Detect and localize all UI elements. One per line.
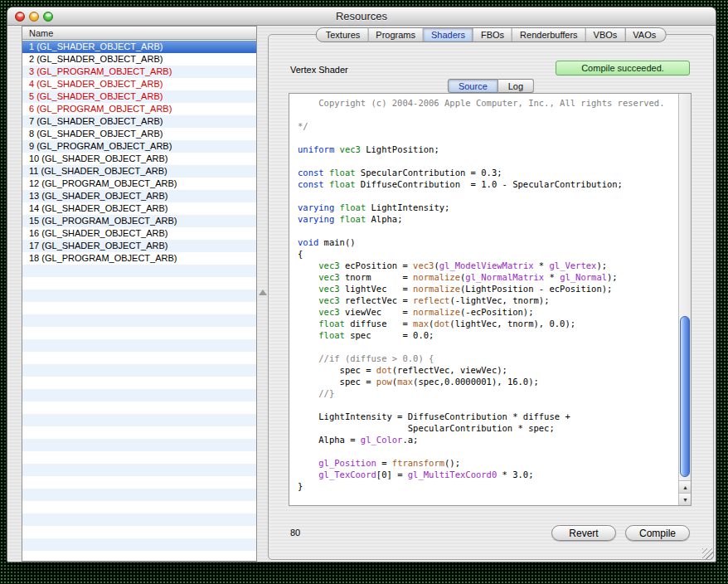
- code-token: [298, 353, 318, 363]
- tab-fbos[interactable]: FBOs: [473, 27, 512, 42]
- vertical-scrollbar[interactable]: ▲ ▼: [678, 94, 691, 505]
- scroll-up-icon[interactable]: ▲: [679, 480, 692, 493]
- list-item[interactable]: 2 (GL_SHADER_OBJECT_ARB): [22, 53, 256, 66]
- close-button-icon[interactable]: [15, 12, 25, 22]
- list-item[interactable]: 4 (GL_SHADER_OBJECT_ARB): [22, 78, 256, 90]
- resize-grip[interactable]: [702, 548, 714, 560]
- code-box: Copyright (c) 2004-2006 Apple Computer, …: [289, 93, 692, 506]
- code-line: void main(): [298, 236, 678, 248]
- list-column-header-name[interactable]: Name: [22, 27, 256, 40]
- code-token: vec3: [318, 284, 339, 294]
- code-line: [298, 109, 678, 120]
- list-empty-row: [22, 265, 256, 277]
- source-log-tabs: SourceLog: [448, 79, 534, 93]
- list-item[interactable]: 14 (GL_SHADER_OBJECT_ARB): [22, 202, 256, 215]
- subtab-source[interactable]: Source: [448, 79, 498, 93]
- list-item[interactable]: 15 (GL_PROGRAM_OBJECT_ARB): [22, 215, 256, 227]
- tab-vaos[interactable]: VAOs: [625, 27, 666, 42]
- list-item-label: 3 (GL_PROGRAM_OBJECT_ARB): [29, 66, 172, 76]
- code-line: Copyright (c) 2004-2006 Apple Computer, …: [298, 97, 678, 109]
- code-token: [298, 284, 318, 294]
- code-line: spec = pow(max(spec,0.0000001), 16.0);: [298, 376, 678, 387]
- tab-programs[interactable]: Programs: [368, 27, 424, 42]
- scroll-down-icon[interactable]: ▼: [679, 493, 692, 505]
- code-line: vec3 lightVec = normalize(LightPosition …: [298, 283, 678, 294]
- code-token: float: [329, 168, 356, 178]
- code-view[interactable]: Copyright (c) 2004-2006 Apple Computer, …: [289, 94, 678, 505]
- code-token: *: [544, 272, 560, 282]
- code-token: LightIntensity = DiffuseContribution * d…: [298, 411, 570, 421]
- list-item-label: 6 (GL_PROGRAM_OBJECT_ARB): [29, 104, 172, 114]
- list-item[interactable]: 1 (GL_SHADER_OBJECT_ARB): [22, 41, 256, 53]
- code-token: Alpha;: [366, 214, 402, 224]
- scroll-thumb[interactable]: [680, 316, 690, 477]
- window: Resources Name 1 (GL_SHADER_OBJECT_ARB)2…: [7, 7, 716, 562]
- minimize-button-icon[interactable]: [29, 12, 39, 22]
- code-token: max: [413, 319, 429, 328]
- code-token: [298, 330, 318, 340]
- revert-button[interactable]: Revert: [551, 525, 616, 541]
- code-token: (spec,0.0000001), 16.0);: [413, 377, 539, 387]
- list-empty-row: [22, 489, 256, 501]
- list-item[interactable]: 18 (GL_PROGRAM_OBJECT_ARB): [22, 252, 256, 265]
- code-token: void: [298, 237, 318, 247]
- code-token: normalize: [413, 284, 460, 294]
- list-item[interactable]: 13 (GL_SHADER_OBJECT_ARB): [22, 190, 256, 202]
- compile-button[interactable]: Compile: [625, 525, 690, 541]
- code-token: LightPosition;: [361, 144, 439, 154]
- code-token: (-lightVec, tnorm);: [449, 295, 549, 305]
- code-token: vec3: [318, 295, 339, 305]
- code-token: normalize: [413, 272, 460, 282]
- tab-renderbuffers[interactable]: Renderbuffers: [512, 27, 586, 42]
- shader-count-label: 80: [290, 528, 300, 538]
- code-token: spec =: [298, 365, 376, 375]
- code-token: LightIntensity;: [366, 202, 449, 212]
- code-token: * 3.0;: [497, 470, 533, 479]
- pane-scroll-nub-icon[interactable]: [259, 290, 267, 295]
- list-item[interactable]: 6 (GL_PROGRAM_OBJECT_ARB): [22, 103, 256, 115]
- list-item[interactable]: 9 (GL_PROGRAM_OBJECT_ARB): [22, 140, 256, 153]
- tab-vbos[interactable]: VBOs: [586, 27, 626, 42]
- code-token: spec = 0.0;: [345, 330, 434, 340]
- code-token: gl_Color: [361, 435, 403, 445]
- code-token: vec3: [318, 307, 339, 317]
- subtab-log[interactable]: Log: [498, 79, 534, 93]
- code-line: const float SpecularContribution = 0.3;: [298, 167, 678, 178]
- desktop-background: Resources Name 1 (GL_SHADER_OBJECT_ARB)2…: [0, 0, 728, 584]
- list-item[interactable]: 8 (GL_SHADER_OBJECT_ARB): [22, 128, 256, 140]
- code-token: [298, 319, 318, 328]
- code-line: varying float Alpha;: [298, 213, 678, 225]
- code-token: (reflectVec, viewVec);: [392, 365, 507, 375]
- list-item[interactable]: 3 (GL_PROGRAM_OBJECT_ARB): [22, 66, 256, 78]
- list-item[interactable]: 17 (GL_SHADER_OBJECT_ARB): [22, 240, 256, 252]
- list-item[interactable]: 12 (GL_PROGRAM_OBJECT_ARB): [22, 178, 256, 190]
- code-line: LightIntensity = DiffuseContribution * d…: [298, 411, 678, 422]
- code-token: lightVec =: [340, 284, 414, 294]
- tab-shaders[interactable]: Shaders: [424, 27, 473, 42]
- list-empty-row: [22, 352, 256, 364]
- list-empty-row: [22, 501, 256, 513]
- list-item[interactable]: 11 (GL_SHADER_OBJECT_ARB): [22, 165, 256, 178]
- tab-textures[interactable]: Textures: [316, 27, 369, 42]
- list-item[interactable]: 7 (GL_SHADER_OBJECT_ARB): [22, 115, 256, 128]
- code-token: pow: [376, 377, 392, 387]
- code-token: gl_Normal: [560, 272, 607, 282]
- list-item[interactable]: 10 (GL_SHADER_OBJECT_ARB): [22, 153, 256, 165]
- list-item[interactable]: 5 (GL_SHADER_OBJECT_ARB): [22, 90, 256, 103]
- code-token: diffuse =: [345, 319, 413, 328]
- list-item-label: 14 (GL_SHADER_OBJECT_ARB): [29, 203, 168, 213]
- code-line: //}: [298, 387, 678, 399]
- code-token: normalize: [413, 307, 460, 317]
- list-item[interactable]: 16 (GL_SHADER_OBJECT_ARB): [22, 227, 256, 240]
- code-line: const float DiffuseContribution = 1.0 - …: [298, 178, 678, 190]
- list-empty-row: [22, 327, 256, 339]
- list-empty-row: [22, 464, 256, 476]
- zoom-button-icon[interactable]: [43, 12, 53, 22]
- traffic-lights: [15, 12, 53, 22]
- code-token: float: [318, 330, 345, 340]
- list-item-label: 1 (GL_SHADER_OBJECT_ARB): [29, 41, 163, 51]
- code-token: dot: [434, 319, 449, 328]
- list-item-label: 17 (GL_SHADER_OBJECT_ARB): [29, 241, 168, 251]
- titlebar[interactable]: Resources: [7, 7, 716, 26]
- code-token: gl_ModelViewMatrix: [439, 260, 534, 270]
